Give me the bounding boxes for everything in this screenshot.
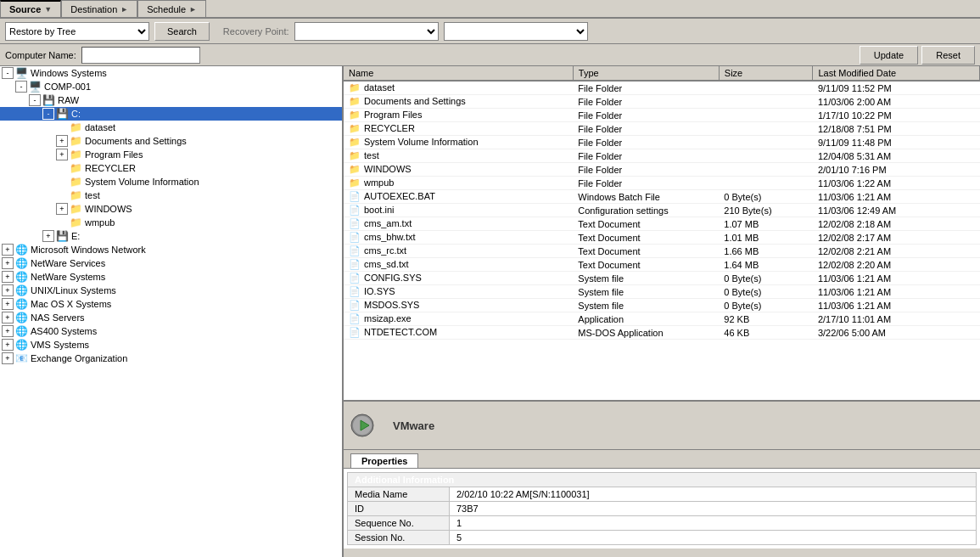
tree-item-exchange[interactable]: + 📧 Exchange Organization [0, 352, 342, 365]
expander-unix[interactable]: + [2, 284, 14, 296]
table-row[interactable]: 📁test File Folder 12/04/08 5:31 AM [344, 149, 980, 163]
computer-name-label: Computer Name: [5, 50, 76, 60]
tree-item-macos[interactable]: + 🌐 Mac OS X Systems [0, 297, 342, 311]
file-date: 12/02/08 2:20 AM [813, 258, 980, 272]
computer-name-input[interactable] [81, 47, 200, 64]
col-header-name[interactable]: Name [344, 66, 573, 81]
prop-label: Sequence No. [348, 516, 450, 531]
table-row[interactable]: 📄cms_bhw.txt Text Document 1.01 MB 12/02… [344, 231, 980, 245]
restore-type-select[interactable]: Restore by Tree [5, 22, 149, 41]
tree-item-test[interactable]: 📁 test [0, 188, 342, 202]
file-size: 1.01 MB [719, 231, 813, 245]
file-name: 📁dataset [344, 81, 573, 95]
file-date: 3/22/06 5:00 AM [813, 326, 980, 340]
reset-button[interactable]: Reset [921, 46, 975, 65]
file-size [719, 136, 813, 149]
file-type: File Folder [573, 163, 719, 177]
table-row[interactable]: 📄cms_rc.txt Text Document 1.66 MB 12/02/… [344, 245, 980, 258]
file-date: 12/04/08 5:31 AM [813, 149, 980, 163]
table-row[interactable]: 📄cms_sd.txt Text Document 1.64 MB 12/02/… [344, 258, 980, 272]
tab-schedule[interactable]: Schedule ► [137, 0, 206, 17]
expander-as400[interactable]: + [2, 325, 14, 337]
tree-item-windows-systems[interactable]: - 🖥️ Windows Systems [0, 66, 342, 80]
tree-item-as400[interactable]: + 🌐 AS400 Systems [0, 324, 342, 338]
file-type: Text Document [573, 231, 719, 245]
recovery-point-select1[interactable] [294, 22, 439, 41]
table-row[interactable]: 📁System Volume Information File Folder 9… [344, 136, 980, 149]
col-header-date[interactable]: Last Modified Date [813, 66, 980, 81]
table-row[interactable]: 📁RECYCLER File Folder 12/18/08 7:51 PM [344, 122, 980, 136]
search-button[interactable]: Search [154, 22, 210, 41]
expander-ms-network[interactable]: + [2, 244, 14, 256]
col-header-type[interactable]: Type [573, 66, 719, 81]
tree-scroll[interactable]: - 🖥️ Windows Systems - 🖥️ COMP-001 - 💾 R… [0, 66, 342, 557]
table-row[interactable]: 📁wmpub File Folder 11/03/06 1:22 AM [344, 177, 980, 190]
table-row[interactable]: 📄IO.SYS System file 0 Byte(s) 11/03/06 1… [344, 285, 980, 299]
expander-exchange[interactable]: + [2, 352, 14, 364]
expander-netware-services[interactable]: + [2, 257, 14, 269]
table-row[interactable]: 📄AUTOEXEC.BAT Windows Batch File 0 Byte(… [344, 190, 980, 204]
tree-item-e-drive[interactable]: + 💾 E: [0, 229, 342, 243]
tree-item-unix[interactable]: + 🌐 UNIX/Linux Systems [0, 284, 342, 297]
expander-c-drive[interactable]: - [42, 108, 54, 120]
label-wmpub: wmpub [85, 217, 115, 228]
table-row[interactable]: 📁WINDOWS File Folder 2/01/10 7:16 PM [344, 163, 980, 177]
tree-item-sysvolinfo[interactable]: 📁 System Volume Information [0, 175, 342, 188]
file-type: File Folder [573, 177, 719, 190]
icon-wmpub: 📁 [70, 217, 82, 228]
label-as400: AS400 Systems [31, 326, 97, 336]
tree-item-ms-network[interactable]: + 🌐 Microsoft Windows Network [0, 243, 342, 256]
tree-item-c-drive[interactable]: - 💾 C: [0, 107, 342, 121]
tree-item-programfiles[interactable]: + 📁 Program Files [0, 148, 342, 161]
expander-netware-systems[interactable]: + [2, 271, 14, 283]
table-row[interactable]: 📄boot.ini Configuration settings 210 Byt… [344, 204, 980, 217]
table-row[interactable]: 📁Program Files File Folder 1/17/10 10:22… [344, 109, 980, 122]
tree-item-windows[interactable]: + 📁 WINDOWS [0, 202, 342, 216]
label-vms: VMS Systems [31, 340, 89, 350]
expander-macos[interactable]: + [2, 298, 14, 310]
tree-item-raw[interactable]: - 💾 RAW [0, 93, 342, 107]
props-tab-properties[interactable]: Properties [350, 453, 418, 468]
file-name: 📄cms_rc.txt [344, 245, 573, 258]
col-header-size[interactable]: Size [719, 66, 813, 81]
expander-documents[interactable]: + [56, 135, 68, 147]
table-row[interactable]: 📁dataset File Folder 9/11/09 11:52 PM [344, 81, 980, 95]
expander-vms[interactable]: + [2, 339, 14, 351]
expander-windows-systems[interactable]: - [2, 67, 14, 79]
table-row[interactable]: 📄CONFIG.SYS System file 0 Byte(s) 11/03/… [344, 272, 980, 285]
tree-item-netware-systems[interactable]: + 🌐 NetWare Systems [0, 270, 342, 284]
file-list-area[interactable]: Name Type Size Last Modified Date 📁datas… [344, 66, 980, 400]
expander-nas[interactable]: + [2, 312, 14, 324]
table-row[interactable]: 📄MSDOS.SYS System file 0 Byte(s) 11/03/0… [344, 299, 980, 312]
table-row[interactable]: 📄cms_am.txt Text Document 1.07 MB 12/02/… [344, 217, 980, 231]
file-date: 1/17/10 10:22 PM [813, 109, 980, 122]
recovery-point-label: Recovery Point: [223, 26, 289, 37]
file-size [719, 109, 813, 122]
prop-value: 5 [450, 531, 977, 545]
tree-item-nas[interactable]: + 🌐 NAS Servers [0, 311, 342, 324]
tree-item-vms[interactable]: + 🌐 VMS Systems [0, 338, 342, 352]
update-button[interactable]: Update [860, 46, 918, 65]
prop-value: 1 [450, 516, 977, 531]
expander-programfiles[interactable]: + [56, 149, 68, 160]
expander-comp001[interactable]: - [15, 81, 27, 93]
file-size: 1.07 MB [719, 217, 813, 231]
tree-item-dataset[interactable]: 📁 dataset [0, 121, 342, 134]
tree-item-netware-services[interactable]: + 🌐 NetWare Services [0, 256, 342, 270]
tab-schedule-arrow: ► [189, 5, 197, 14]
file-type: Text Document [573, 258, 719, 272]
table-row[interactable]: 📄msizap.exe Application 92 KB 2/17/10 11… [344, 312, 980, 326]
expander-raw[interactable]: - [29, 94, 41, 106]
table-row[interactable]: 📄NTDETECT.COM MS-DOS Application 46 KB 3… [344, 326, 980, 340]
tree-item-wmpub[interactable]: 📁 wmpub [0, 216, 342, 229]
tree-item-comp001[interactable]: - 🖥️ COMP-001 [0, 80, 342, 93]
tree-item-recycler[interactable]: 📁 RECYCLER [0, 161, 342, 175]
tab-source[interactable]: Source ▼ [0, 0, 61, 17]
expander-e-drive[interactable]: + [42, 230, 54, 242]
label-documents: Documents and Settings [85, 136, 187, 146]
table-row[interactable]: 📁Documents and Settings File Folder 11/0… [344, 95, 980, 109]
expander-windows[interactable]: + [56, 203, 68, 215]
tree-item-documents[interactable]: + 📁 Documents and Settings [0, 134, 342, 148]
tab-destination[interactable]: Destination ► [61, 0, 137, 17]
recovery-point-select2[interactable] [444, 22, 588, 41]
